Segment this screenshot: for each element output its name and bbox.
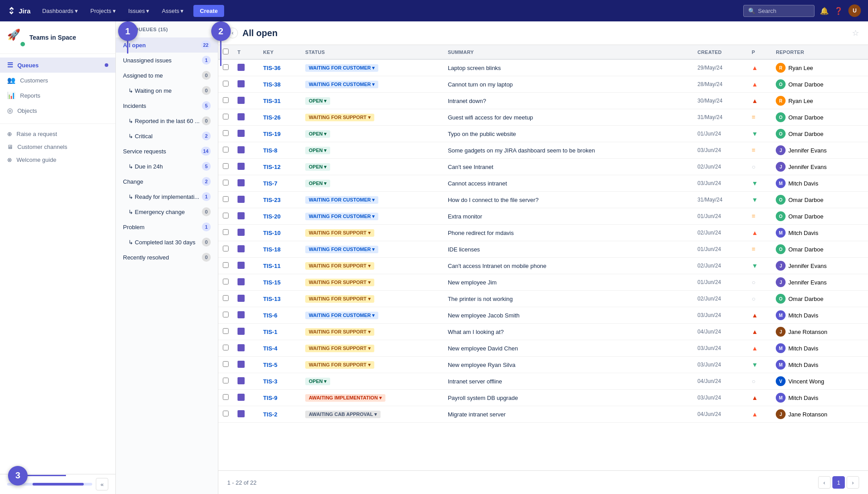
row-checkbox[interactable] (223, 180, 229, 185)
row-checkbox[interactable] (223, 114, 229, 119)
next-page-button[interactable]: › (847, 476, 859, 489)
search-input[interactable] (758, 8, 810, 14)
issue-summary[interactable]: New employee David Chen (448, 345, 518, 352)
issue-summary[interactable]: Typo on the public website (448, 131, 516, 137)
status-badge[interactable]: AWAITING IMPLEMENTATION ▾ (305, 394, 385, 402)
status-badge[interactable]: OPEN ▾ (305, 147, 330, 154)
issue-summary[interactable]: Some gadgets on my JIRA dashboard seem t… (448, 147, 595, 154)
queue-item[interactable]: ↳ Emergency change0 (116, 204, 218, 219)
row-checkbox[interactable] (223, 64, 229, 70)
issue-summary[interactable]: New employee Ryan Silva (448, 362, 516, 368)
status-badge[interactable]: OPEN ▾ (305, 180, 330, 187)
queue-item[interactable]: Problem1 (116, 219, 218, 235)
issue-key[interactable]: TIS-5 (263, 362, 278, 368)
status-badge[interactable]: WAITING FOR CUSTOMER ▾ (305, 213, 378, 220)
issue-key[interactable]: TIS-8 (263, 147, 278, 154)
row-checkbox[interactable] (223, 246, 229, 251)
row-checkbox[interactable] (223, 279, 229, 284)
issue-key[interactable]: TIS-18 (263, 246, 281, 253)
status-badge[interactable]: WAITING FOR SUPPORT ▾ (305, 114, 374, 121)
status-badge[interactable]: WAITING FOR SUPPORT ▾ (305, 361, 374, 369)
issue-summary[interactable]: How do I connect to the file server? (448, 197, 539, 203)
issue-summary[interactable]: Cannot turn on my laptop (448, 81, 513, 88)
issue-key[interactable]: TIS-4 (263, 345, 278, 352)
issue-key[interactable]: TIS-15 (263, 279, 281, 286)
issue-summary[interactable]: New employee Jacob Smith (448, 312, 520, 319)
row-checkbox[interactable] (223, 213, 229, 218)
status-badge[interactable]: OPEN ▾ (305, 163, 330, 171)
queue-item[interactable]: ↳ Reported in the last 60 ...0 (116, 113, 218, 128)
status-badge[interactable]: WAITING FOR SUPPORT ▾ (305, 345, 374, 352)
queue-item[interactable]: ↳ Waiting on me0 (116, 83, 218, 98)
issue-summary[interactable]: Can't see Intranet (448, 164, 493, 170)
status-badge[interactable]: AWAITING CAB APPROVAL ▾ (305, 411, 381, 418)
status-badge[interactable]: WAITING FOR CUSTOMER ▾ (305, 64, 378, 72)
status-badge[interactable]: WAITING FOR SUPPORT ▾ (305, 295, 374, 303)
issue-key[interactable]: TIS-20 (263, 213, 281, 220)
status-badge[interactable]: WAITING FOR SUPPORT ▾ (305, 229, 374, 237)
issue-key[interactable]: TIS-3 (263, 378, 278, 385)
sidebar-item-raise-request[interactable]: ⊕ Raise a request (0, 128, 115, 140)
issue-summary[interactable]: IDE licenses (448, 246, 480, 253)
queue-item[interactable]: Incidents5 (116, 98, 218, 113)
help-icon[interactable]: ❓ (834, 7, 843, 15)
queue-item[interactable]: All open22 (116, 37, 218, 53)
row-checkbox[interactable] (223, 97, 229, 103)
issue-key[interactable]: TIS-10 (263, 230, 281, 236)
issue-key[interactable]: TIS-6 (263, 312, 278, 319)
queue-item[interactable]: Change2 (116, 174, 218, 189)
queue-item[interactable]: ↳ Ready for implementati...1 (116, 189, 218, 204)
issue-key[interactable]: TIS-31 (263, 98, 281, 104)
issue-key[interactable]: TIS-7 (263, 180, 278, 187)
user-avatar[interactable]: U (848, 4, 861, 17)
issue-summary[interactable]: Phone redirect for mdavis (448, 230, 514, 236)
row-checkbox[interactable] (223, 378, 229, 383)
search-box[interactable]: 🔍 (743, 5, 815, 17)
status-badge[interactable]: WAITING FOR CUSTOMER ▾ (305, 246, 378, 253)
issue-summary[interactable]: Payroll system DB upgrade (448, 395, 518, 401)
jira-logo[interactable]: Jira (7, 6, 31, 15)
page-1-button[interactable]: 1 (832, 476, 845, 489)
nav-issues[interactable]: Issues ▾ (124, 6, 154, 16)
row-checkbox[interactable] (223, 295, 229, 301)
collapse-button[interactable]: ‹ (227, 28, 238, 38)
star-button[interactable]: ☆ (852, 28, 859, 38)
issue-key[interactable]: TIS-26 (263, 114, 281, 121)
collapse-sidebar-button[interactable]: « (96, 478, 108, 490)
sidebar-item-objects[interactable]: ◎ Objects (0, 103, 115, 118)
row-checkbox[interactable] (223, 361, 229, 367)
row-checkbox[interactable] (223, 345, 229, 350)
issue-summary[interactable]: Extra monitor (448, 213, 482, 220)
status-badge[interactable]: WAITING FOR SUPPORT ▾ (305, 279, 374, 286)
queue-item[interactable]: ↳ Critical2 (116, 128, 218, 144)
queue-item[interactable]: ↳ Due in 24h5 (116, 159, 218, 174)
queue-item[interactable]: Recently resolved0 (116, 250, 218, 265)
row-checkbox[interactable] (223, 163, 229, 169)
issue-key[interactable]: TIS-9 (263, 395, 278, 401)
issue-summary[interactable]: Intranet server offline (448, 378, 502, 385)
row-checkbox[interactable] (223, 328, 229, 334)
status-badge[interactable]: WAITING FOR CUSTOMER ▾ (305, 81, 378, 88)
issue-summary[interactable]: Cannot access intranet (448, 180, 507, 187)
issue-key[interactable]: TIS-36 (263, 65, 281, 71)
row-checkbox[interactable] (223, 394, 229, 400)
row-checkbox[interactable] (223, 229, 229, 235)
status-badge[interactable]: WAITING FOR SUPPORT ▾ (305, 262, 374, 270)
row-checkbox[interactable] (223, 81, 229, 86)
issue-key[interactable]: TIS-23 (263, 197, 281, 203)
row-checkbox[interactable] (223, 312, 229, 317)
prev-page-button[interactable]: ‹ (818, 476, 831, 489)
issue-key[interactable]: TIS-38 (263, 81, 281, 88)
issue-key[interactable]: TIS-13 (263, 296, 281, 302)
issue-summary[interactable]: New employee Jim (448, 279, 497, 286)
issue-key[interactable]: TIS-2 (263, 411, 278, 418)
issue-summary[interactable]: What am I looking at? (448, 329, 504, 335)
select-all-checkbox[interactable] (223, 49, 229, 54)
sidebar-scrollbar[interactable] (7, 483, 92, 486)
sidebar-item-reports[interactable]: 📊 Reports (0, 88, 115, 103)
status-badge[interactable]: OPEN ▾ (305, 378, 330, 385)
issue-key[interactable]: TIS-11 (263, 263, 281, 269)
status-badge[interactable]: OPEN ▾ (305, 97, 330, 105)
create-button[interactable]: Create (193, 5, 224, 17)
row-checkbox[interactable] (223, 262, 229, 268)
